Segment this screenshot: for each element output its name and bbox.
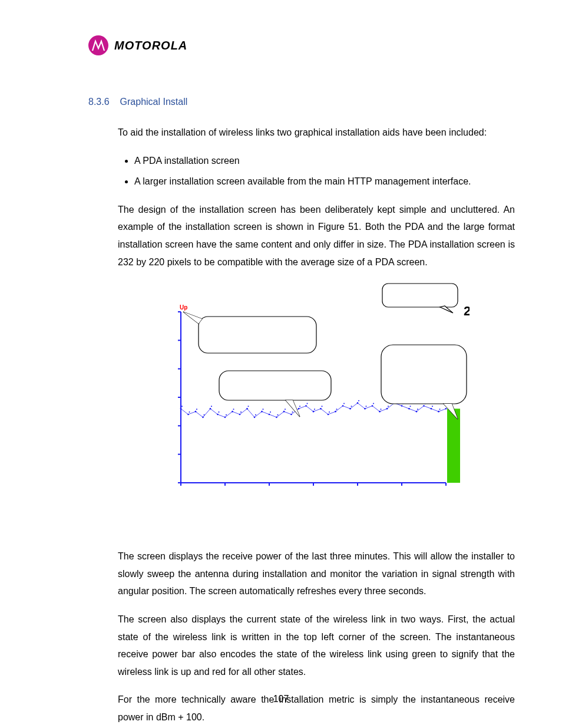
list-item: A PDA installation screen xyxy=(134,152,515,170)
svg-point-33 xyxy=(219,411,220,413)
svg-line-88 xyxy=(343,406,351,409)
svg-line-55 xyxy=(262,411,270,414)
svg-point-75 xyxy=(322,406,323,407)
svg-line-73 xyxy=(306,406,314,412)
svg-point-54 xyxy=(270,411,271,413)
svg-point-123 xyxy=(439,409,441,410)
paragraph-intro: To aid the installation of wireless link… xyxy=(118,124,515,141)
svg-point-42 xyxy=(240,411,242,413)
svg-point-39 xyxy=(233,409,234,410)
svg-text:26: 26 xyxy=(464,304,470,318)
svg-line-94 xyxy=(358,403,365,409)
svg-point-36 xyxy=(226,414,227,416)
paragraph-design: The design of the installation screen ha… xyxy=(118,201,515,271)
svg-line-58 xyxy=(269,414,277,417)
svg-point-72 xyxy=(314,409,315,410)
svg-line-115 xyxy=(409,409,417,411)
install-screen-figure: Up26 xyxy=(163,282,470,512)
svg-line-100 xyxy=(372,406,380,412)
svg-point-66 xyxy=(299,406,300,407)
svg-rect-128 xyxy=(447,409,460,483)
svg-point-87 xyxy=(351,406,352,407)
svg-line-43 xyxy=(233,411,240,414)
svg-point-81 xyxy=(336,409,338,410)
svg-rect-131 xyxy=(219,371,331,400)
svg-point-102 xyxy=(388,406,389,407)
svg-line-31 xyxy=(203,409,211,417)
svg-point-99 xyxy=(381,409,382,410)
svg-point-60 xyxy=(285,409,286,410)
svg-line-79 xyxy=(321,409,329,414)
svg-point-111 xyxy=(410,406,411,407)
svg-line-28 xyxy=(196,411,203,417)
section-title: Graphical Install xyxy=(120,97,188,107)
svg-point-19 xyxy=(181,406,183,407)
svg-point-114 xyxy=(417,409,418,410)
svg-point-24 xyxy=(196,409,197,410)
svg-line-22 xyxy=(181,409,189,414)
svg-rect-132 xyxy=(381,345,467,404)
svg-point-30 xyxy=(211,406,212,407)
bullet-list: A PDA installation screen A larger insta… xyxy=(118,152,515,190)
motorola-logo-icon xyxy=(88,35,108,55)
svg-point-45 xyxy=(248,406,249,407)
svg-point-120 xyxy=(432,406,433,407)
svg-point-51 xyxy=(263,409,264,410)
svg-line-34 xyxy=(210,409,218,414)
svg-line-112 xyxy=(402,406,409,409)
brand-name: MOTOROLA xyxy=(114,39,187,52)
section-number: 8.3.6 xyxy=(88,97,110,107)
brand-logo: MOTOROLA xyxy=(88,35,527,55)
svg-line-49 xyxy=(247,409,255,417)
svg-point-90 xyxy=(358,400,359,401)
svg-line-64 xyxy=(284,411,292,414)
svg-point-78 xyxy=(329,411,330,413)
list-item: A larger installation screen available f… xyxy=(134,173,515,190)
svg-rect-130 xyxy=(199,317,316,353)
svg-point-21 xyxy=(189,411,190,413)
svg-point-84 xyxy=(343,403,345,404)
svg-line-37 xyxy=(218,414,226,417)
svg-point-57 xyxy=(277,414,279,416)
svg-point-93 xyxy=(366,406,367,407)
paragraph-receive-power: The screen displays the receive power of… xyxy=(118,548,515,600)
svg-point-63 xyxy=(292,411,293,413)
paragraph-link-state: The screen also displays the current sta… xyxy=(118,611,515,680)
svg-text:Up: Up xyxy=(180,304,187,311)
svg-line-124 xyxy=(431,409,439,411)
svg-point-69 xyxy=(307,403,308,404)
page-number: 107 xyxy=(0,694,562,704)
svg-point-48 xyxy=(255,414,256,416)
section-heading: 8.3.6 Graphical Install xyxy=(88,97,527,107)
svg-rect-129 xyxy=(382,284,458,307)
svg-line-121 xyxy=(424,406,432,409)
svg-point-96 xyxy=(373,403,374,404)
